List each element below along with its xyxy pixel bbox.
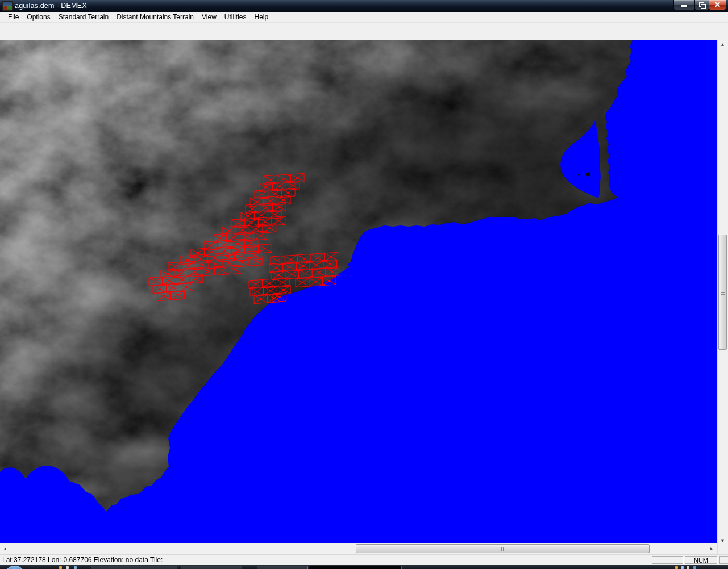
menu-item-standard-terrain[interactable]: Standard Terrain	[55, 12, 113, 22]
minimize-button[interactable]	[673, 0, 695, 10]
menu-item-utilities[interactable]: Utilities	[221, 12, 251, 22]
dem-terrain-view	[0, 40, 717, 543]
status-panel-1	[652, 556, 683, 564]
tray-icon[interactable]	[681, 566, 684, 569]
taskbar-button-active[interactable]	[309, 566, 402, 569]
horizontal-scrollbar[interactable]: ◄ ►	[0, 543, 717, 554]
app-icon	[2, 1, 13, 11]
scroll-right-arrow[interactable]: ►	[707, 544, 717, 554]
menu-item-view[interactable]: View	[198, 12, 221, 22]
menu-item-help[interactable]: Help	[251, 12, 273, 22]
scroll-left-arrow[interactable]: ◄	[0, 544, 10, 554]
vertical-scrollbar-thumb[interactable]	[718, 235, 727, 350]
taskbar-button[interactable]	[257, 566, 308, 569]
close-button[interactable]	[709, 0, 726, 10]
window-title: aguilas.dem - DEMEX	[15, 2, 87, 10]
num-lock-indicator: NUM	[685, 556, 717, 564]
tray-icon[interactable]	[687, 566, 689, 569]
vertical-scrollbar[interactable]: ▲ ▼	[717, 40, 728, 554]
menu-item-file[interactable]: File	[4, 12, 23, 22]
tray-icon[interactable]	[675, 566, 678, 569]
title-bar: aguilas.dem - DEMEX	[0, 0, 728, 12]
tray-icon[interactable]	[693, 566, 696, 569]
toolbar: std All Al ?	[0, 23, 728, 40]
quicklaunch-icon[interactable]	[74, 566, 77, 569]
taskbar-button[interactable]	[181, 566, 242, 569]
status-panel-3	[719, 556, 728, 564]
menu-item-options[interactable]: Options	[23, 12, 54, 22]
map-viewport[interactable]	[0, 40, 717, 543]
scroll-down-arrow[interactable]: ▼	[718, 536, 727, 546]
horizontal-scrollbar-thumb[interactable]	[356, 544, 650, 553]
taskbar-button[interactable]	[91, 566, 177, 569]
quicklaunch-icon[interactable]	[66, 566, 69, 569]
coordinate-readout: Lat:37.272178 Lon:-0.687706 Elevation: n…	[2, 556, 163, 564]
menu-item-distant-mountains-terrain[interactable]: Distant Mountains Terrain	[113, 12, 198, 22]
sea-specks	[609, 164, 612, 167]
start-button-orb[interactable]	[5, 566, 25, 569]
quicklaunch-icon[interactable]	[59, 566, 62, 569]
maximize-restore-button[interactable]	[694, 0, 709, 10]
windows-taskbar[interactable]	[0, 565, 728, 569]
menu-bar: File Options Standard Terrain Distant Mo…	[0, 12, 728, 23]
status-bar: Lat:37.272178 Lon:-0.687706 Elevation: n…	[0, 554, 728, 565]
scroll-up-arrow[interactable]: ▲	[718, 40, 727, 49]
